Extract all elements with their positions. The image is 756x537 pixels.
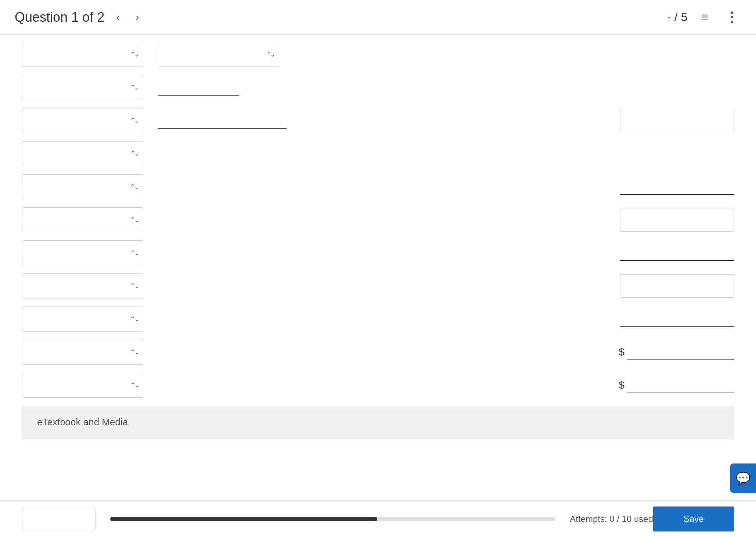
select-1[interactable] (22, 75, 143, 100)
select-9[interactable] (22, 340, 143, 365)
header-right: - / 5 ≡ ⋮ (667, 7, 741, 28)
main-content: $ $ eTextbook and Media (0, 35, 756, 512)
select-wrapper-top1 (22, 42, 143, 67)
progress-bar-container (110, 517, 555, 521)
select-wrapper-9 (22, 340, 143, 365)
form-row-8 (22, 307, 734, 332)
select-wrapper-6 (22, 240, 143, 265)
select-wrapper-10 (22, 373, 143, 398)
right-col-5 (620, 208, 734, 232)
dollar-wrapper-10: $ (619, 377, 734, 393)
bottom-bar: Attempts: 0 / 10 used Save (0, 500, 756, 537)
chevron-right-icon: › (136, 11, 139, 23)
prev-button[interactable]: ‹ (112, 8, 124, 26)
right-col-10: $ (619, 377, 734, 393)
right-col-6 (620, 245, 734, 261)
select-wrapper-3 (22, 141, 143, 166)
right-col-9: $ (619, 344, 734, 360)
back-button[interactable] (22, 508, 96, 530)
right-col-4 (620, 179, 734, 195)
list-button[interactable]: ≡ (698, 7, 711, 27)
dollar-input-10[interactable] (627, 377, 734, 393)
form-row-9: $ (22, 340, 734, 365)
form-row-5 (22, 207, 734, 232)
top-partial-row (22, 42, 734, 67)
select-wrapper-4 (22, 174, 143, 199)
score-label: - / 5 (667, 10, 687, 24)
text-input-5[interactable] (620, 208, 734, 232)
chevron-left-icon: ‹ (116, 11, 119, 23)
text-input-1a[interactable] (158, 79, 239, 96)
select-6[interactable] (22, 240, 143, 265)
dollar-sign-9: $ (619, 346, 624, 358)
form-row-6 (22, 240, 734, 265)
dollar-wrapper-9: $ (619, 344, 734, 360)
select-wrapper-1 (22, 75, 143, 100)
text-input-8[interactable] (620, 311, 734, 327)
question-label: Question 1 of 2 (15, 10, 104, 25)
form-row-1 (22, 75, 734, 100)
header-left: Question 1 of 2 ‹ › (15, 8, 144, 26)
form-row-2 (22, 108, 734, 133)
text-input-6[interactable] (620, 245, 734, 261)
progress-bar-fill (110, 517, 377, 521)
footer-bar: eTextbook and Media (22, 406, 734, 438)
form-row-3 (22, 141, 734, 166)
text-input-4[interactable] (620, 179, 734, 195)
right-col-7 (620, 274, 734, 298)
right-col-8 (620, 311, 734, 327)
form-row-7 (22, 273, 734, 298)
dollar-sign-10: $ (619, 379, 624, 391)
text-input-7[interactable] (620, 274, 734, 298)
list-icon: ≡ (701, 10, 708, 24)
etextbook-label: eTextbook and Media (37, 416, 128, 427)
select-wrapper-2 (22, 108, 143, 133)
select-top1[interactable] (22, 42, 143, 67)
form-row-4 (22, 174, 734, 199)
chat-button[interactable]: 💬 (730, 463, 756, 493)
text-input-2a[interactable] (158, 112, 287, 129)
select-2[interactable] (22, 108, 143, 133)
select-7[interactable] (22, 273, 143, 298)
select-4[interactable] (22, 174, 143, 199)
more-button[interactable]: ⋮ (722, 7, 741, 28)
attempts-label: Attempts: 0 / 10 used (570, 514, 653, 524)
form-row-10: $ (22, 373, 734, 398)
header: Question 1 of 2 ‹ › - / 5 ≡ ⋮ (0, 0, 756, 35)
more-icon: ⋮ (725, 10, 738, 25)
select-wrapper-8 (22, 307, 143, 332)
next-button[interactable]: › (132, 8, 144, 26)
select-wrapper-7 (22, 273, 143, 298)
select-top2[interactable] (158, 42, 279, 67)
select-3[interactable] (22, 141, 143, 166)
select-8[interactable] (22, 307, 143, 332)
select-wrapper-top2 (158, 42, 279, 67)
select-5[interactable] (22, 207, 143, 232)
select-wrapper-5 (22, 207, 143, 232)
select-10[interactable] (22, 373, 143, 398)
submit-button[interactable]: Save (653, 506, 734, 531)
dollar-input-9[interactable] (627, 344, 734, 360)
text-input-2b[interactable] (620, 109, 734, 132)
chat-icon: 💬 (736, 471, 750, 485)
